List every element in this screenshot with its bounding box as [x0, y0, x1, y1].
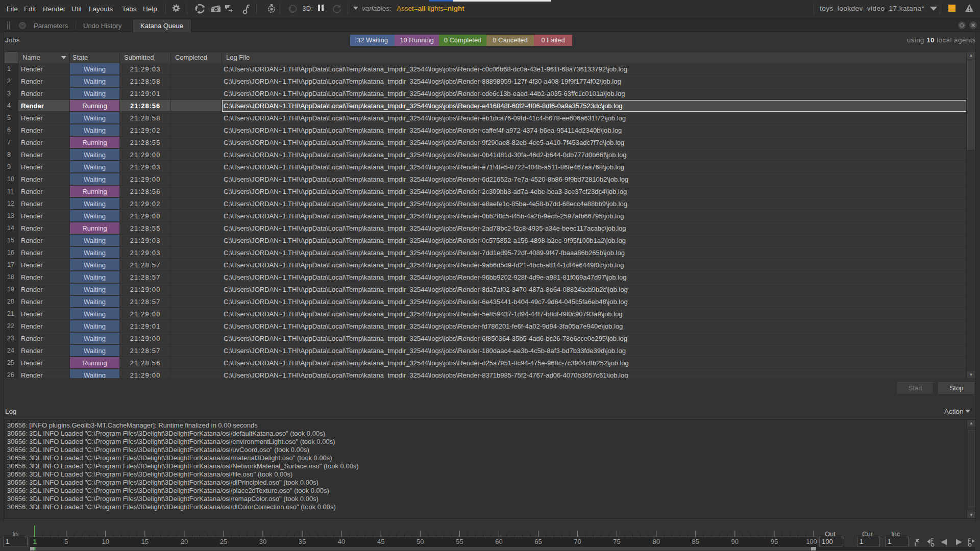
svg-text:1: 1: [33, 538, 36, 545]
svg-text:30: 30: [259, 538, 266, 545]
svg-text:75: 75: [613, 538, 620, 545]
svg-text:85: 85: [692, 538, 699, 545]
svg-text:60: 60: [495, 538, 502, 545]
svg-text:80: 80: [652, 538, 659, 545]
svg-text:10: 10: [102, 538, 109, 545]
svg-text:50: 50: [416, 538, 424, 545]
svg-text:65: 65: [534, 538, 542, 545]
svg-text:90: 90: [731, 538, 739, 545]
svg-text:45: 45: [377, 538, 384, 545]
svg-text:95: 95: [771, 538, 778, 545]
svg-text:100: 100: [806, 538, 817, 545]
svg-text:25: 25: [220, 538, 227, 545]
svg-text:35: 35: [299, 538, 306, 545]
svg-text:40: 40: [338, 538, 345, 545]
svg-text:20: 20: [181, 538, 188, 545]
svg-text:55: 55: [456, 538, 463, 545]
svg-text:15: 15: [141, 538, 149, 545]
svg-text:5: 5: [64, 538, 68, 545]
svg-text:70: 70: [574, 538, 581, 545]
